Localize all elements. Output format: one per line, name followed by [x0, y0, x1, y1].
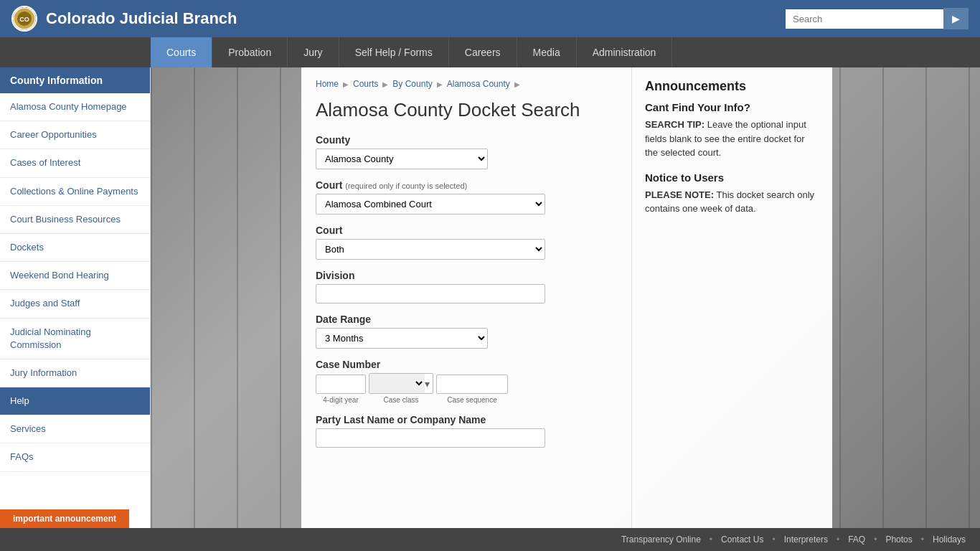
- sidebar-item-collections[interactable]: Collections & Online Payments: [0, 178, 150, 206]
- sidebar-header: County Information: [0, 67, 150, 93]
- case-number-group: Case Number 4-digit year CR CV TR: [316, 359, 617, 404]
- party-input[interactable]: [316, 428, 545, 448]
- case-seq-label: Case sequence: [447, 396, 497, 404]
- page-body: County Information Alamosa County Homepa…: [0, 67, 980, 528]
- case-year-label: 4-digit year: [323, 396, 358, 404]
- right-panel: Announcements Cant Find Your Info? SEARC…: [631, 67, 832, 528]
- logo-area: CO Colorado Judicial Branch: [11, 6, 237, 32]
- site-title: Colorado Judicial Branch: [46, 9, 237, 28]
- main-nav: Courts Probation Jury Self Help / Forms …: [0, 37, 980, 67]
- court-required-select[interactable]: Alamosa Combined Court Other Court: [316, 194, 545, 215]
- county-label: County: [316, 134, 617, 146]
- breadcrumb-home[interactable]: Home: [316, 79, 339, 89]
- sidebar-item-alamosa-homepage[interactable]: Alamosa County Homepage: [0, 93, 150, 121]
- court-required-label: Court (required only if county is select…: [316, 179, 617, 191]
- sidebar-item-career[interactable]: Career Opportunities: [0, 121, 150, 149]
- svg-text:CO: CO: [19, 16, 29, 23]
- division-input[interactable]: [316, 284, 545, 303]
- nav-item-courts[interactable]: Courts: [151, 37, 212, 67]
- party-label: Party Last Name or Company Name: [316, 414, 617, 425]
- breadcrumb-alamosa[interactable]: Alamosa County: [447, 79, 510, 89]
- cant-find-heading: Cant Find Your Info?: [645, 101, 819, 113]
- breadcrumb-arrow-1: ▶: [343, 80, 349, 88]
- footer-interpreters[interactable]: Interpreters: [784, 534, 828, 545]
- search-bar: ▶: [786, 8, 969, 29]
- footer: Transparency Online • Contact Us • Inter…: [0, 528, 980, 551]
- page-title: Alamosa County Docket Search: [316, 99, 617, 121]
- date-range-group: Date Range 3 Months 1 Month 6 Months 1 Y…: [316, 314, 617, 349]
- announcement-bar[interactable]: important announcement: [0, 509, 129, 528]
- search-input[interactable]: [786, 9, 943, 29]
- division-group: Division: [316, 270, 617, 303]
- court-both-select[interactable]: Both District Court County Court: [316, 239, 545, 260]
- case-year-input[interactable]: [316, 375, 366, 394]
- case-number-label: Case Number: [316, 359, 617, 370]
- sidebar-item-faqs[interactable]: FAQs: [0, 443, 150, 471]
- sidebar: County Information Alamosa County Homepa…: [0, 67, 151, 528]
- sidebar-item-cases[interactable]: Cases of Interest: [0, 149, 150, 177]
- sidebar-item-court-business[interactable]: Court Business Resources: [0, 206, 150, 234]
- footer-photos[interactable]: Photos: [885, 534, 912, 545]
- sidebar-item-help[interactable]: Help: [0, 387, 150, 415]
- date-range-label: Date Range: [316, 314, 617, 325]
- breadcrumb-arrow-2: ▶: [382, 80, 388, 88]
- sidebar-item-weekend-bond[interactable]: Weekend Bond Hearing: [0, 262, 150, 290]
- cant-find-section: Cant Find Your Info? SEARCH TIP: Leave t…: [645, 101, 819, 160]
- announcements-heading: Announcements: [645, 79, 819, 94]
- division-label: Division: [316, 270, 617, 281]
- breadcrumb-arrow-3: ▶: [437, 80, 443, 88]
- party-group: Party Last Name or Company Name: [316, 414, 617, 448]
- court-both-group: Court Both District Court County Court: [316, 225, 617, 260]
- please-note-text: PLEASE NOTE: This docket search only con…: [645, 188, 819, 216]
- footer-faq[interactable]: FAQ: [848, 534, 865, 545]
- case-seq-input[interactable]: [436, 375, 508, 394]
- notice-section: Notice to Users PLEASE NOTE: This docket…: [645, 171, 819, 216]
- sidebar-item-judicial-nominating[interactable]: Judicial Nominating Commission: [0, 319, 150, 359]
- case-class-label: Case class: [384, 396, 419, 404]
- breadcrumb-courts[interactable]: Courts: [353, 79, 378, 89]
- case-class-field: CR CV TR ▾ Case class: [369, 373, 433, 404]
- footer-holidays[interactable]: Holidays: [933, 534, 966, 545]
- footer-contact[interactable]: Contact Us: [721, 534, 763, 545]
- sidebar-item-services[interactable]: Services: [0, 415, 150, 443]
- notice-heading: Notice to Users: [645, 171, 819, 184]
- content-area: Home ▶ Courts ▶ By County ▶ Alamosa Coun…: [301, 67, 631, 528]
- nav-item-administration[interactable]: Administration: [577, 37, 673, 67]
- nav-item-careers[interactable]: Careers: [449, 37, 517, 67]
- case-number-row: 4-digit year CR CV TR ▾ Case cl: [316, 373, 617, 404]
- search-tip-text: SEARCH TIP: Leave the optional input fie…: [645, 118, 819, 160]
- county-select[interactable]: Alamosa County Adams County Arapahoe Cou…: [316, 149, 488, 169]
- sidebar-item-dockets[interactable]: Dockets: [0, 234, 150, 262]
- court-both-label: Court: [316, 225, 617, 236]
- date-range-select[interactable]: 3 Months 1 Month 6 Months 1 Year: [316, 328, 488, 349]
- top-header: CO Colorado Judicial Branch ▶: [0, 0, 980, 37]
- search-button[interactable]: ▶: [943, 8, 969, 29]
- footer-transparency[interactable]: Transparency Online: [621, 534, 701, 545]
- case-seq-field: Case sequence: [436, 375, 508, 404]
- court-required-group: Court (required only if county is select…: [316, 179, 617, 215]
- please-note-label: PLEASE NOTE:: [645, 189, 714, 200]
- nav-item-jury[interactable]: Jury: [288, 37, 339, 67]
- breadcrumb: Home ▶ Courts ▶ By County ▶ Alamosa Coun…: [316, 79, 617, 89]
- site-logo: CO: [11, 6, 37, 32]
- sidebar-item-jury-info[interactable]: Jury Information: [0, 359, 150, 387]
- main-content: Home ▶ Courts ▶ By County ▶ Alamosa Coun…: [301, 67, 980, 528]
- case-year-field: 4-digit year: [316, 375, 366, 404]
- breadcrumb-arrow-4: ▶: [514, 80, 520, 88]
- nav-item-probation[interactable]: Probation: [212, 37, 288, 67]
- county-group: County Alamosa County Adams County Arapa…: [316, 134, 617, 169]
- court-required-note: (required only if county is selected): [345, 182, 467, 190]
- nav-item-media[interactable]: Media: [517, 37, 577, 67]
- sidebar-item-judges[interactable]: Judges and Staff: [0, 290, 150, 318]
- nav-item-selfhelp[interactable]: Self Help / Forms: [339, 37, 449, 67]
- search-tip-label: SEARCH TIP:: [645, 119, 705, 130]
- breadcrumb-bycounty[interactable]: By County: [392, 79, 432, 89]
- case-class-select[interactable]: CR CV TR: [369, 374, 425, 393]
